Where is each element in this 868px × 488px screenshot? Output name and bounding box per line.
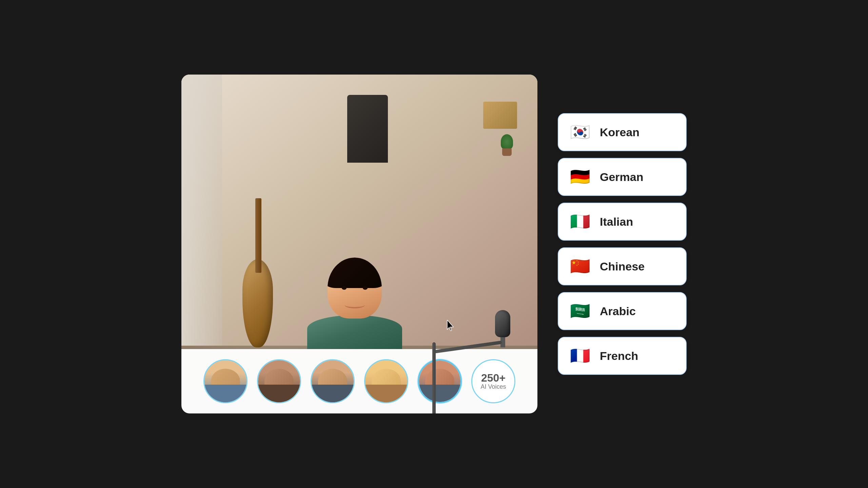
italian-flag: 🇮🇹 (568, 209, 592, 234)
language-name-german: German (600, 170, 644, 184)
language-name-chinese: Chinese (600, 260, 645, 273)
language-name-arabic: Arabic (600, 305, 636, 318)
voice-avatar-1[interactable] (203, 359, 248, 403)
person-eye-left (342, 286, 347, 290)
person-smile (344, 302, 365, 308)
shelf-plant (500, 136, 514, 156)
video-panel: 250+ AI Voices (181, 75, 537, 413)
mic-vertical-stand (432, 342, 436, 413)
person-head (328, 258, 382, 319)
language-panel: 🇰🇷 Korean 🇩🇪 German 🇮🇹 Italian 🇨🇳 Chines… (558, 113, 687, 375)
language-card-french[interactable]: 🇫🇷 French (558, 337, 687, 375)
person-hair (328, 258, 382, 288)
guitar-neck (255, 198, 261, 273)
avatar-face-3 (312, 360, 354, 402)
scene-curtain (181, 75, 222, 346)
language-card-korean[interactable]: 🇰🇷 Korean (558, 113, 687, 151)
voice-count-badge[interactable]: 250+ AI Voices (471, 359, 515, 403)
voice-avatar-2[interactable] (257, 359, 301, 403)
language-name-italian: Italian (600, 215, 633, 228)
chinese-flag: 🇨🇳 (568, 254, 592, 279)
french-flag: 🇫🇷 (568, 344, 592, 368)
person-figure (307, 258, 402, 349)
language-card-chinese[interactable]: 🇨🇳 Chinese (558, 247, 687, 285)
arabic-flag: 🇸🇦 (568, 299, 592, 323)
microphone (495, 310, 510, 347)
voice-count-number: 250+ (481, 372, 506, 383)
language-name-french: French (600, 349, 638, 363)
language-card-italian[interactable]: 🇮🇹 Italian (558, 203, 687, 241)
avatar-face-2 (258, 360, 300, 402)
language-card-german[interactable]: 🇩🇪 German (558, 158, 687, 196)
mic-head (495, 310, 510, 337)
language-card-arabic[interactable]: 🇸🇦 Arabic (558, 292, 687, 330)
korean-flag: 🇰🇷 (568, 120, 592, 144)
shelf-decoration (483, 102, 517, 129)
voice-avatar-3[interactable] (311, 359, 355, 403)
voice-avatar-4[interactable] (364, 359, 408, 403)
guitar (242, 259, 273, 347)
person-shoulders (307, 315, 402, 349)
avatar-face-4 (365, 360, 407, 402)
avatar-face-1 (204, 360, 246, 402)
voice-count-label: AI Voices (480, 383, 506, 390)
scene-chair (347, 95, 388, 163)
scene-shelf (456, 102, 517, 156)
plant-pot (502, 148, 512, 156)
voice-avatar-5[interactable] (418, 359, 462, 403)
avatar-face-5 (419, 361, 460, 402)
plant-leaf (501, 134, 513, 149)
language-name-korean: Korean (600, 126, 639, 139)
german-flag: 🇩🇪 (568, 165, 592, 189)
person-eye-right (363, 286, 368, 290)
voices-bar: 250+ AI Voices (181, 349, 537, 413)
main-container: 250+ AI Voices 🇰🇷 Korean 🇩🇪 German 🇮🇹 It… (0, 0, 868, 488)
